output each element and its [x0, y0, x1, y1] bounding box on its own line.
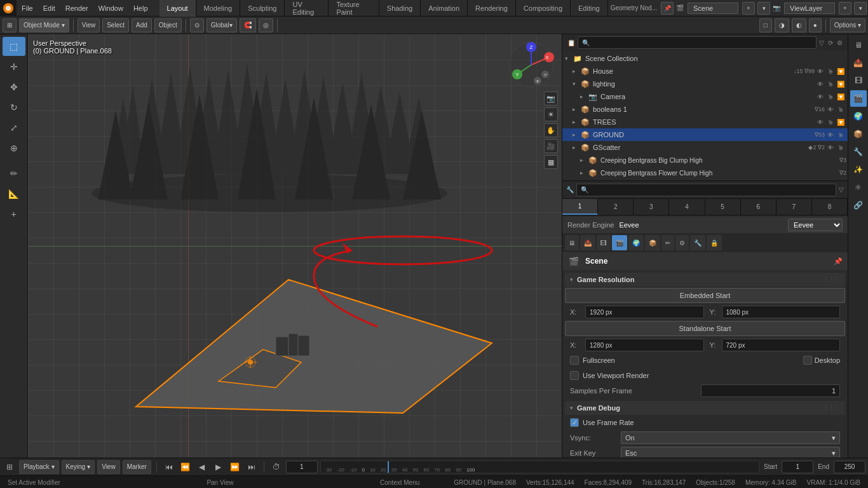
tree-item-camera[interactable]: ▸ 📷 Camera 👁 🖱 🔽 [562, 90, 848, 103]
frame-rate-checkbox[interactable]: ✓ [570, 418, 579, 427]
tree-item-bentgrass-big[interactable]: ▸ 📦 Creeping Bentgrass Big Clump High ∇3 [562, 154, 848, 166]
film-icon[interactable]: 🎥 [544, 139, 558, 153]
hand-icon[interactable]: ✋ [544, 123, 558, 137]
sidebar-add-tool[interactable]: + [3, 205, 25, 224]
exit-key-dropdown[interactable]: Esc ▾ [621, 447, 840, 458]
prev-keyframe-button[interactable]: ⏪ [179, 460, 193, 474]
pib-viewlayer-icon[interactable]: 🎞 [850, 72, 867, 89]
sidebar-select-tool[interactable]: ⬚ [3, 37, 25, 56]
trees-vis2[interactable]: 🖱 [826, 118, 835, 126]
tree-item-gscatter[interactable]: ▸ 📦 GScatter ◆2 ∇2 👁 🖱 [562, 141, 848, 154]
transform-orientation-button[interactable]: Global▾ [207, 18, 237, 32]
tree-item-lighting[interactable]: ▾ 📦 lighting 👁 🖱 🔽 [562, 78, 848, 90]
props-pin-button[interactable]: 📌 [834, 257, 843, 266]
sidebar-transform-tool[interactable]: ⊕ [3, 139, 25, 158]
sync-icon[interactable]: ⏱ [269, 460, 283, 474]
workspace-tab-layout[interactable]: Layout [159, 0, 196, 17]
sidebar-cursor-tool[interactable]: ✛ [3, 57, 25, 76]
tree-item-scene-collection[interactable]: ▾ 📁 Scene Collection [562, 52, 848, 65]
pib-object-icon[interactable]: 📦 [850, 126, 867, 142]
desktop-checkbox[interactable] [803, 356, 812, 365]
cam-vis1[interactable]: 👁 [816, 92, 825, 101]
workspace-tab-editing[interactable]: Editing [571, 0, 608, 17]
props-tab-world[interactable]: 🌍 [628, 235, 644, 250]
menu-edit[interactable]: Edit [38, 0, 60, 17]
num-tab-3[interactable]: 3 [634, 199, 669, 215]
props-tab-modifier[interactable]: ✏ [661, 235, 674, 250]
workspace-tab-compositing[interactable]: Compositing [516, 0, 571, 17]
start-frame-field[interactable]: 1 [782, 461, 813, 473]
snap-button[interactable]: 🧲 [240, 18, 256, 32]
game-resolution-header[interactable]: ▾ Game Resolution ⋮⋮⋮ [565, 273, 845, 287]
new-view-layer-button[interactable]: + [839, 2, 851, 15]
object-mode-button[interactable]: Object Mode ▾ [19, 18, 69, 32]
pib-physics-icon[interactable]: ⚛ [850, 179, 867, 196]
pib-output-icon[interactable]: 📤 [850, 55, 867, 71]
playback-menu[interactable]: Playback ▾ [19, 460, 59, 474]
view-menu[interactable]: View [78, 18, 100, 32]
viewport-shading-solid[interactable]: ◑ [775, 18, 789, 32]
outliner-search-input[interactable] [578, 36, 817, 49]
vis-icon6[interactable]: 🔽 [836, 79, 845, 88]
workspace-tab-rendering[interactable]: Rendering [468, 0, 516, 17]
view-layer-selector[interactable] [784, 3, 835, 14]
next-keyframe-button[interactable]: ⏩ [228, 460, 242, 474]
outliner-sync-icon[interactable]: ⟳ [828, 39, 833, 46]
play-reverse-button[interactable]: ◀ [195, 460, 209, 474]
section-options[interactable]: ⋮⋮⋮ [823, 276, 840, 283]
menu-render[interactable]: Render [60, 0, 93, 17]
view-layer-menu-button[interactable]: ▾ [854, 2, 867, 15]
blender-logo[interactable] [0, 0, 17, 17]
sidebar-rotate-tool[interactable]: ↻ [3, 98, 25, 117]
jump-start-button[interactable]: ⏮ [162, 460, 176, 474]
props-search-input[interactable] [576, 184, 836, 196]
pib-constraints-icon[interactable]: 🔗 [850, 197, 867, 214]
fullscreen-checkbox[interactable] [570, 356, 579, 365]
pib-scene-icon[interactable]: 🎬 [850, 90, 867, 107]
timeline-ruler[interactable]: -30 -20 -10 0 10 20 30 40 50 60 70 80 90… [320, 461, 759, 473]
pin-button[interactable]: 📌 [661, 2, 674, 15]
props-tab-render[interactable]: 🖥 [565, 235, 579, 250]
sidebar-measure-tool[interactable]: 📐 [3, 184, 25, 203]
standalone-y-field[interactable]: 720 px [722, 339, 841, 351]
gs-vis1[interactable]: 👁 [826, 143, 835, 152]
num-tab-1[interactable]: 1 [562, 199, 598, 215]
grid-icon[interactable]: ▦ [544, 155, 558, 169]
num-tab-8[interactable]: 8 [812, 199, 848, 215]
viewport-render-checkbox[interactable] [570, 371, 579, 380]
outliner-settings-icon[interactable]: ⚙ [837, 39, 843, 46]
viewport[interactable]: User Perspective (0) GROUND | Plane.068 … [28, 34, 562, 458]
marker-menu[interactable]: Marker [123, 460, 151, 474]
tree-item-trees[interactable]: ▸ 📦 TREES 👁 🖱 🔽 [562, 116, 848, 128]
game-debug-header[interactable]: ▾ Game Debug ⋮⋮⋮ [565, 401, 845, 415]
debug-options[interactable]: ⋮⋮⋮ [823, 405, 840, 411]
viewport-shading-render[interactable]: ● [809, 18, 822, 32]
vsync-dropdown[interactable]: On ▾ [621, 431, 840, 444]
pib-particles-icon[interactable]: ✨ [850, 161, 867, 178]
pib-modifier-icon[interactable]: 🔧 [850, 144, 867, 160]
editor-type-button[interactable]: ⊞ [3, 18, 17, 32]
sidebar-scale-tool[interactable]: ⤢ [3, 118, 25, 137]
scene-selector[interactable] [688, 3, 738, 14]
embedded-x-field[interactable]: 1920 px [585, 306, 704, 318]
cam-vis3[interactable]: 🔽 [836, 92, 845, 101]
props-tab-particles[interactable]: ⚙ [675, 235, 689, 250]
workspace-tab-texture[interactable]: Texture Paint [329, 0, 379, 17]
trees-vis3[interactable]: 🔽 [836, 118, 845, 126]
menu-help[interactable]: Help [128, 0, 153, 17]
proportional-edit-button[interactable]: ◎ [259, 18, 273, 32]
gs-vis2[interactable]: 🖱 [836, 143, 845, 152]
play-button[interactable]: ▶ [212, 460, 226, 474]
props-tab-scene[interactable]: 🎬 [612, 235, 627, 250]
menu-file[interactable]: File [17, 0, 38, 17]
ground-vis2[interactable]: 🖱 [836, 130, 845, 139]
outliner-filter-icon[interactable]: ▽ [819, 39, 824, 46]
props-tab-viewlayer[interactable]: 🎞 [597, 235, 611, 250]
trees-vis1[interactable]: 👁 [816, 118, 825, 126]
tree-item-house[interactable]: ▸ 📦 House ↓15 ∇99 👁 🖱 🔽 [562, 65, 848, 78]
props-tab-physics[interactable]: 🔧 [690, 235, 705, 250]
options-button[interactable]: Options ▾ [830, 18, 865, 32]
object-menu[interactable]: Object [154, 18, 182, 32]
new-scene-button[interactable]: + [742, 2, 755, 15]
end-frame-field[interactable]: 250 [834, 461, 865, 473]
